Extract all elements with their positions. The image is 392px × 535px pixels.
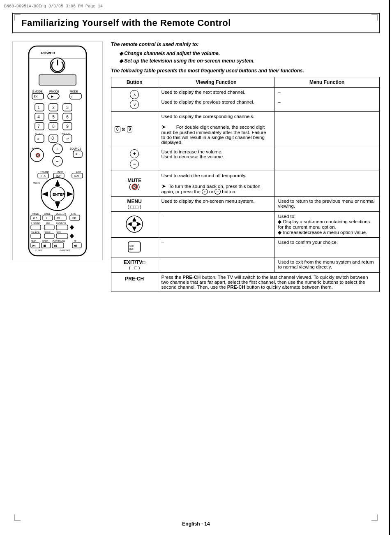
svg-rect-83 bbox=[44, 225, 54, 230]
svg-text:EX: EX bbox=[34, 95, 38, 98]
bullet-item-1: Change channels and adjust the volume. bbox=[119, 51, 380, 56]
svg-text:STOP: STOP bbox=[42, 240, 48, 242]
table-row-numbers: 0 to 9 Used to display the corresponding… bbox=[111, 112, 380, 147]
mute-viewing-func: Used to switch the sound off temporarily… bbox=[158, 171, 274, 197]
svg-rect-90 bbox=[31, 234, 41, 239]
svg-text:P.SIZE: P.SIZE bbox=[32, 213, 39, 215]
note-arrow-icon: ➤ bbox=[161, 124, 166, 130]
svg-text:POSITION: POSITION bbox=[56, 222, 66, 225]
exittv-viewing-func bbox=[158, 257, 274, 273]
dirpad-menu-func: Used to: Display a sub-menu containing s… bbox=[274, 212, 380, 238]
svg-rect-92 bbox=[56, 234, 68, 239]
svg-text:MENU: MENU bbox=[33, 182, 40, 184]
file-header: BN68-00951A-00Eng 8/3/05 3:06 PM Page 14 bbox=[4, 4, 388, 9]
table-row-exittv: EXIT/TV□ ( −□ ) Used to exit from the me… bbox=[111, 257, 380, 273]
mute-menu-func bbox=[274, 171, 380, 197]
svg-text:P: P bbox=[67, 137, 69, 141]
svg-text:▶: ▶ bbox=[51, 95, 54, 98]
svg-rect-84 bbox=[56, 225, 68, 230]
svg-rect-34 bbox=[35, 135, 44, 142]
ch-arrows-icon: ∧ ∨ bbox=[115, 90, 154, 109]
btn-exittv: EXIT/TV□ ( −□ ) bbox=[111, 257, 158, 273]
numbers-viewing-func: Used to display the corresponding channe… bbox=[158, 112, 274, 147]
svg-text:≡: ≡ bbox=[76, 153, 78, 156]
volume-menu-func bbox=[274, 147, 380, 171]
table-row-chinf: CH/ INF – Used to confirm your choice. bbox=[111, 238, 380, 257]
svg-text:FF: FF bbox=[74, 240, 76, 242]
svg-text:⏭: ⏭ bbox=[74, 244, 77, 248]
ch-up-icon: ∧ bbox=[130, 90, 139, 99]
svg-text:TTX: TTX bbox=[40, 174, 46, 177]
prech-label: PRE-CH bbox=[125, 276, 144, 282]
svg-text:INF: INF bbox=[129, 248, 134, 250]
svg-text:EXIT: EXIT bbox=[76, 171, 81, 173]
btn-menu: MENU ( □□□ ) bbox=[111, 197, 158, 212]
prech-description: Press the PRE-CH button. The TV will swi… bbox=[158, 273, 379, 292]
table-row-volume: + − Used to increase the volume. Used to… bbox=[111, 147, 380, 171]
svg-text:SOURCE: SOURCE bbox=[31, 231, 40, 234]
svg-text:⊙ RESET: ⊙ RESET bbox=[60, 249, 71, 252]
svg-text:MODE: MODE bbox=[70, 90, 78, 93]
menu-viewing-func: Used to display the on-screen menu syste… bbox=[158, 197, 274, 212]
btn-ch-arrows: ∧ ∨ bbox=[111, 88, 158, 112]
btn-dirpad bbox=[111, 212, 158, 238]
svg-text:⏸: ⏸ bbox=[45, 217, 48, 220]
svg-text:POWER: POWER bbox=[41, 51, 55, 55]
svg-text:PRE-CH: PRE-CH bbox=[61, 132, 69, 135]
footer-text: English - 14 bbox=[182, 521, 210, 527]
svg-text:TTX/MIX: TTX/MIX bbox=[40, 171, 49, 173]
svg-text:E.SAVING: E.SAVING bbox=[31, 222, 40, 225]
svg-rect-82 bbox=[31, 225, 41, 230]
svg-text:⊙ SET: ⊙ SET bbox=[35, 249, 43, 252]
svg-text:PMODE: PMODE bbox=[49, 90, 60, 93]
chinf-icon: CH/ INF bbox=[126, 240, 143, 254]
btn-chinf: CH/ INF bbox=[111, 238, 158, 257]
page-footer: English - 14 bbox=[0, 521, 392, 527]
svg-text:2: 2 bbox=[52, 105, 55, 110]
svg-text:9: 9 bbox=[66, 124, 69, 129]
ch-viewing-func: Used to display the next stored channel.… bbox=[158, 88, 274, 112]
svg-text:SR: SR bbox=[72, 217, 76, 220]
svg-text:SIZE: SIZE bbox=[56, 231, 61, 234]
table-row-mute: MUTE (🔇) Used to switch the sound off te… bbox=[111, 171, 380, 197]
svg-text:PIP: PIP bbox=[46, 222, 50, 225]
svg-text:EXIT: EXIT bbox=[74, 174, 81, 177]
title-box: Familiarizing Yourself with the Remote C… bbox=[12, 13, 380, 33]
svg-text:PLAY/PAUSE: PLAY/PAUSE bbox=[53, 240, 65, 242]
svg-text:0: 0 bbox=[51, 136, 54, 141]
svg-text:−: − bbox=[56, 159, 58, 164]
page-title: Familiarizing Yourself with the Remote C… bbox=[21, 18, 371, 28]
remote-illustration-area: POWER S.MODE PMODE MODE EX bbox=[12, 42, 103, 292]
svg-point-114 bbox=[131, 221, 137, 227]
svg-text:1: 1 bbox=[37, 105, 40, 110]
numbers-menu-func bbox=[274, 112, 380, 147]
function-table: Button Viewing Function Menu Function ∧ … bbox=[111, 77, 380, 292]
menu-menu-func: Used to return to the previous menu or n… bbox=[274, 197, 380, 212]
crop-mark-bl bbox=[14, 514, 21, 521]
svg-text:5: 5 bbox=[52, 115, 55, 119]
svg-text:3: 3 bbox=[66, 105, 69, 110]
vol-plus-icon: + bbox=[130, 149, 139, 158]
btn-mute: MUTE (🔇) bbox=[111, 171, 158, 197]
col-header-button: Button bbox=[111, 77, 158, 88]
svg-text:DL: DL bbox=[57, 217, 61, 220]
ch-menu-func: –– bbox=[274, 88, 380, 112]
main-content: POWER S.MODE PMODE MODE EX bbox=[4, 42, 388, 292]
remote-control-svg: POWER S.MODE PMODE MODE EX bbox=[16, 44, 99, 258]
svg-rect-46 bbox=[73, 151, 82, 157]
svg-text:STILL: STILL bbox=[44, 213, 51, 215]
svg-text:⏹: ⏹ bbox=[43, 244, 46, 248]
svg-text:S.MODE: S.MODE bbox=[32, 90, 43, 93]
dirpad-increase-bullet: Increase/decrease a menu option value. bbox=[278, 230, 367, 235]
volume-viewing-func: Used to increase the volume. Used to dec… bbox=[158, 147, 274, 171]
btn-volume: + − bbox=[111, 147, 158, 171]
zero-to-nine-icon: 0 to 9 bbox=[115, 126, 154, 132]
svg-text:INF: INF bbox=[56, 174, 61, 177]
intro-bullets: Change channels and adjust the volume. S… bbox=[119, 51, 380, 64]
exittv-label: EXIT/TV□ bbox=[124, 259, 145, 265]
intro-main-text: The remote control is used mainly to: bbox=[111, 42, 380, 47]
svg-text:SWAP: SWAP bbox=[44, 231, 51, 234]
svg-text:DUAL 1-II: DUAL 1-II bbox=[56, 213, 66, 215]
crop-mark-tl bbox=[14, 14, 21, 21]
dirpad-icon bbox=[124, 214, 145, 234]
